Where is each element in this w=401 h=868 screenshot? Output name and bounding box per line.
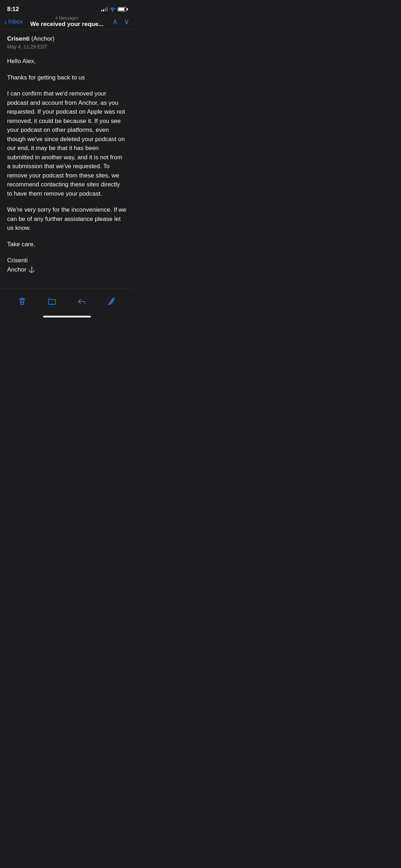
home-indicator	[0, 313, 134, 319]
reply-icon	[77, 296, 87, 306]
back-label: Inbox	[8, 18, 23, 25]
toolbar	[0, 289, 134, 313]
nav-bar: ‹ Inbox 4 Messages We received your requ…	[0, 16, 134, 29]
reply-button[interactable]	[71, 294, 92, 309]
svg-point-0	[112, 11, 113, 11]
status-bar: 8:12	[0, 0, 134, 16]
email-content: Crisenti (Anchor) May 4, 11:29 EDT Hello…	[0, 30, 134, 281]
email-sender: Crisenti (Anchor)	[7, 35, 127, 42]
email-greeting: Hello Alex,	[7, 57, 127, 66]
email-para-1: Thanks for getting back to us	[7, 73, 127, 82]
email-body: Hello Alex, Thanks for getting back to u…	[7, 57, 127, 274]
signature-org: Anchor	[7, 266, 26, 273]
email-closing: Take care,	[7, 240, 127, 249]
prev-message-button[interactable]: ∧	[112, 17, 118, 26]
email-date: May 4, 11:29 EDT	[7, 44, 127, 50]
wifi-icon	[110, 7, 115, 11]
sender-org: (Anchor)	[31, 35, 55, 42]
delete-button[interactable]	[11, 294, 33, 309]
status-time: 8:12	[7, 6, 19, 13]
back-chevron-icon: ‹	[4, 18, 7, 25]
anchor-icon: ⚓	[28, 267, 35, 273]
signature-name: Crisenti	[7, 257, 28, 264]
email-para-2: I can confirm that we'd removed your pod…	[7, 89, 127, 198]
sender-name: Crisenti	[7, 35, 30, 42]
email-subject: We received your reque...	[30, 21, 104, 27]
email-para-3: We're very sorry for the inconvenience. …	[7, 205, 127, 233]
folder-button[interactable]	[41, 294, 63, 309]
email-signature: Crisenti Anchor ⚓	[7, 256, 127, 274]
back-button[interactable]: ‹ Inbox	[4, 18, 29, 25]
battery-icon	[118, 7, 127, 11]
trash-icon	[17, 296, 27, 306]
message-count: 4 Messages	[30, 16, 104, 21]
home-bar	[43, 316, 91, 317]
signal-icon	[101, 7, 108, 11]
nav-arrows: ∧ ∨	[104, 17, 129, 26]
compose-button[interactable]	[101, 294, 122, 309]
nav-center: 4 Messages We received your reque...	[30, 16, 104, 28]
next-message-button[interactable]: ∨	[124, 17, 129, 26]
compose-icon	[107, 296, 117, 306]
folder-icon	[47, 296, 57, 306]
status-icons	[101, 7, 127, 11]
